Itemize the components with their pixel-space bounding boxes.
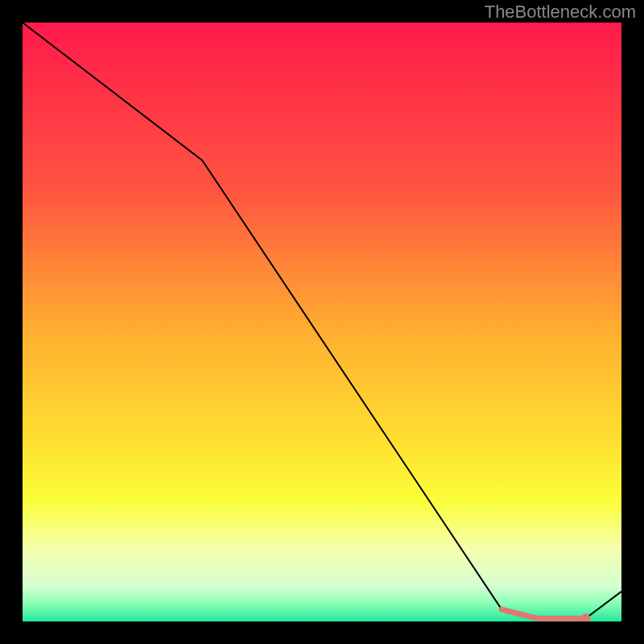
- chart-svg: [23, 23, 621, 621]
- watermark-text: TheBottleneck.com: [485, 2, 636, 23]
- gradient-background: [23, 23, 621, 621]
- plot-area: [23, 23, 621, 621]
- chart-frame: TheBottleneck.com: [0, 0, 644, 644]
